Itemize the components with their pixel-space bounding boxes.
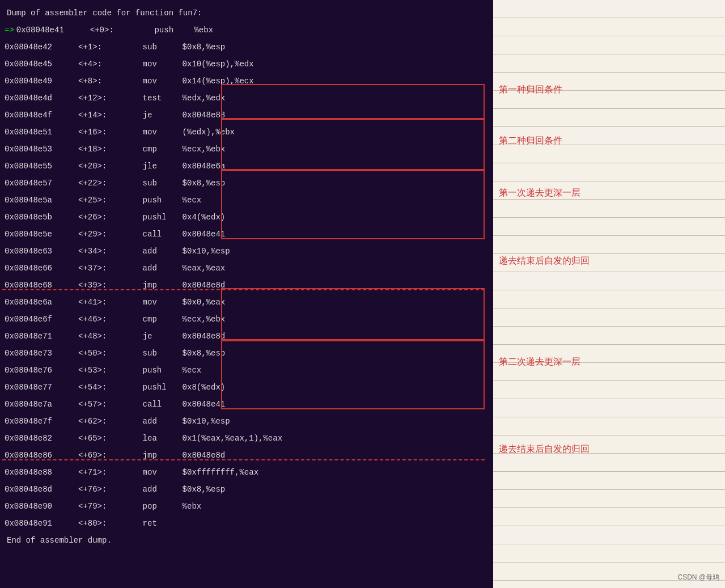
address: 0x08048e91 <box>5 519 78 528</box>
footer-text: End of assembler dump. <box>7 536 112 545</box>
instruction: add <box>143 247 183 256</box>
code-line: 0x08048e71<+48>: je0x8048e8d <box>5 328 493 345</box>
code-line: 0x08048e4f<+14>: je0x8048e88 <box>5 107 493 124</box>
address: 0x08048e68 <box>5 281 78 290</box>
offset: <+53>: <box>78 366 124 375</box>
operand: 0x8048e41 <box>183 230 226 239</box>
annotation-text: 第一种归回条件 <box>499 84 562 96</box>
code-line: 0x08048e6a<+41>: mov$0x0,%eax <box>5 294 493 311</box>
csdn-badge: CSDN @母鸡 <box>677 573 719 582</box>
operand: %ebx <box>183 502 202 511</box>
address: 0x08048e55 <box>5 162 78 171</box>
code-line: 0x08048e7f<+62>: add$0x10,%esp <box>5 413 493 430</box>
operand: %ecx,%ebx <box>183 315 226 324</box>
code-line: 0x08048e77<+54>: pushl0x8(%edx) <box>5 379 493 396</box>
code-line: 0x08048e63<+34>: add$0x10,%esp <box>5 243 493 260</box>
offset: <+46>: <box>78 315 124 324</box>
instruction: mov <box>143 60 183 69</box>
code-line: 0x08048e51<+16>: mov(%edx),%ebx <box>5 124 493 141</box>
operand: %ecx <box>183 366 202 375</box>
address: 0x08048e63 <box>5 247 78 256</box>
code-line: 0x08048e66<+37>: add%eax,%eax <box>5 260 493 277</box>
annotation-text: 第一次递去更深一层 <box>499 187 580 199</box>
address: 0x08048e82 <box>5 434 78 443</box>
operand: %ecx,%ebx <box>183 145 226 154</box>
offset: <+54>: <box>78 383 124 392</box>
address: 0x08048e66 <box>5 264 78 273</box>
operand: (%edx),%ebx <box>183 128 235 137</box>
address: 0x08048e77 <box>5 383 78 392</box>
offset: <+8>: <box>78 77 124 86</box>
instruction: lea <box>143 434 183 443</box>
annotation-panel: 第一种归回条件第二种归回条件第一次递去更深一层递去结束后自发的归回第二次递去更深… <box>493 0 725 588</box>
code-line: 0x08048e55<+20>: jle0x8048e6a <box>5 158 493 175</box>
operand: 0x8048e8d <box>183 451 226 460</box>
offset: <+37>: <box>78 264 124 273</box>
code-line: => 0x08048e41<+0>: push%ebx <box>5 22 493 39</box>
annotation-text: 第二种归回条件 <box>499 135 562 147</box>
address: 0x08048e8d <box>5 485 78 494</box>
operand: 0x4(%edx) <box>183 213 226 222</box>
offset: <+18>: <box>78 145 124 154</box>
offset: <+1>: <box>78 43 124 52</box>
operand: 0x10(%esp),%edx <box>183 60 254 69</box>
instruction: je <box>143 332 183 341</box>
address: 0x08048e6a <box>5 298 78 307</box>
annotation-text: 递去结束后自发的归回 <box>499 255 590 267</box>
offset: <+16>: <box>78 128 124 137</box>
code-line: 0x08048e82<+65>: lea0x1(%eax,%eax,1),%ea… <box>5 430 493 447</box>
offset: <+41>: <box>78 298 124 307</box>
offset: <+20>: <box>78 162 124 171</box>
instruction: mov <box>143 77 183 86</box>
operand: $0x0,%eax <box>183 298 226 307</box>
offset: <+62>: <box>78 417 124 426</box>
code-lines-container: => 0x08048e41<+0>: push%ebx 0x08048e42<+… <box>5 22 493 532</box>
instruction: sub <box>143 179 183 188</box>
address: 0x08048e6f <box>5 315 78 324</box>
instruction: test <box>143 94 183 103</box>
offset: <+39>: <box>78 281 124 290</box>
code-line: 0x08048e57<+22>: sub$0x8,%esp <box>5 175 493 192</box>
code-line: 0x08048e86<+69>: jmp0x8048e8d <box>5 447 493 464</box>
code-line: 0x08048e5a<+25>: push%ecx <box>5 192 493 209</box>
code-line: 0x08048e8d<+76>: add$0x8,%esp <box>5 481 493 498</box>
instruction: cmp <box>143 315 183 324</box>
operand: %eax,%eax <box>183 264 226 273</box>
operand: 0x1(%eax,%eax,1),%eax <box>183 434 282 443</box>
instruction: add <box>143 485 183 494</box>
operand: $0xffffffff,%eax <box>183 468 258 477</box>
instruction: add <box>143 264 183 273</box>
code-line: 0x08048e90<+79>: pop%ebx <box>5 498 493 515</box>
address: 0x08048e5a <box>5 196 78 205</box>
operand: 0x8048e6a <box>183 162 226 171</box>
end-line: End of assembler dump. <box>5 532 493 549</box>
address: 0x08048e4f <box>5 111 78 120</box>
offset: <+25>: <box>78 196 124 205</box>
offset: <+57>: <box>78 400 124 409</box>
address: 0x08048e4d <box>5 94 78 103</box>
instruction: mov <box>143 468 183 477</box>
offset: <+12>: <box>78 94 124 103</box>
instruction: jmp <box>143 281 183 290</box>
code-line: 0x08048e91<+80>: ret <box>5 515 493 532</box>
code-line: 0x08048e68<+39>: jmp0x8048e8d <box>5 277 493 294</box>
code-panel: Dump of assembler code for function fun7… <box>0 0 493 588</box>
instruction: call <box>143 230 183 239</box>
operand: %edx,%edx <box>183 94 226 103</box>
code-line: 0x08048e4d<+12>: test%edx,%edx <box>5 90 493 107</box>
instruction: pushl <box>143 383 183 392</box>
operand: 0x8(%edx) <box>183 383 226 392</box>
operand: $0x10,%esp <box>183 417 230 426</box>
instruction: mov <box>143 298 183 307</box>
code-line: 0x08048e42<+1>: sub$0x8,%esp <box>5 39 493 56</box>
offset: <+65>: <box>78 434 124 443</box>
address: 0x08048e73 <box>5 349 78 358</box>
operand: $0x8,%esp <box>183 349 226 358</box>
address: 0x08048e7f <box>5 417 78 426</box>
operand: 0x8048e8d <box>183 281 226 290</box>
code-line: 0x08048e88<+71>: mov$0xffffffff,%eax <box>5 464 493 481</box>
operand: 0x8048e41 <box>183 400 226 409</box>
address: 0x08048e51 <box>5 128 78 137</box>
instruction: cmp <box>143 145 183 154</box>
offset: <+29>: <box>78 230 124 239</box>
